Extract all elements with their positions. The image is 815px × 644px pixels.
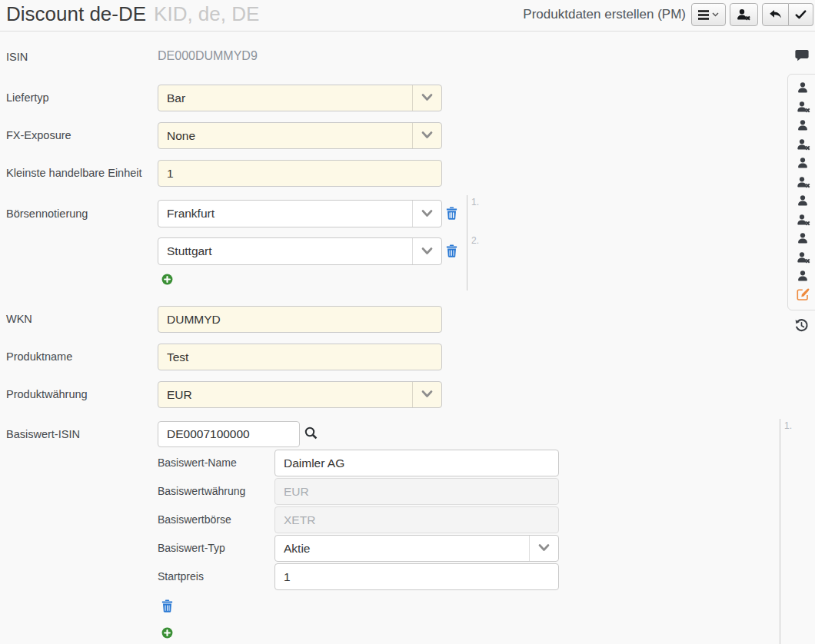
hamburger-icon [698,10,709,20]
trash-icon [161,599,173,612]
chevron-down-icon [412,382,441,407]
boersennotierung-list-guide [467,195,467,290]
chevron-down-icon [529,536,558,561]
user-x-icon [737,8,751,21]
user-icon[interactable] [797,81,812,95]
user-x-icon[interactable] [797,101,812,114]
produktwaehrung-label: Produktwährung [6,381,88,408]
basiswertboerse-input [274,506,559,533]
user-icon[interactable] [797,270,812,283]
produktname-label: Produktname [6,344,72,370]
user-icon[interactable] [797,157,812,170]
add-basiswert-button[interactable] [161,627,173,639]
page-title-text: Discount de-DE [6,2,146,25]
edit-icon[interactable] [797,289,812,302]
chevron-down-icon [412,201,441,227]
basiswert-typ-select[interactable]: Aktie [274,535,559,562]
save-button-group [762,3,813,26]
chevron-down-icon [412,85,441,111]
plus-circle-icon [161,274,173,285]
basiswert-typ-selected-value: Aktie [275,542,529,556]
basiswert-isin-label: Basiswert-ISIN [6,421,80,447]
boersennotierung-2-value: Stuttgart [158,244,412,258]
history-button[interactable] [794,318,809,333]
header: Discount de-DEKID, de, DE Produktdaten e… [0,0,815,32]
basiswert-name-input[interactable] [274,450,559,476]
user-x-icon[interactable] [797,176,812,189]
produktwaehrung-selected-value: EUR [158,388,412,402]
user-icon[interactable] [797,232,812,245]
liefertyp-label: Liefertyp [6,85,49,111]
undo-button[interactable] [762,3,789,26]
user-icon[interactable] [797,119,812,132]
check-icon [795,10,807,19]
kleinste-einheit-label: Kleinste handelbare Einheit [6,160,142,187]
basiswertboerse-label: Basiswertbörse [158,506,231,533]
boersennotierung-label: Börsennotierung [6,200,88,227]
startpreis-label: Startpreis [158,563,204,590]
history-icon [794,318,809,333]
delete-boersennotierung-2-button[interactable] [446,244,457,257]
liefertyp-select[interactable]: Bar [158,85,442,111]
product-editor-screen: Discount de-DEKID, de, DE Produktdaten e… [0,0,815,644]
user-assignment-panel [787,74,815,310]
user-x-icon[interactable] [797,138,812,151]
user-remove-button[interactable] [730,3,758,26]
menu-button[interactable] [691,3,726,26]
startpreis-input[interactable] [274,563,559,590]
boersennotierung-select-1[interactable]: Frankfurt [158,200,442,227]
workflow-status-label: Produktdaten erstellen (PM) [523,7,686,22]
delete-basiswert-button[interactable] [161,599,173,612]
boersennotierung-select-2[interactable]: Stuttgart [158,237,442,265]
boersennotierung-index-2: 2. [471,235,479,246]
basiswertwaehrung-label: Basiswertwährung [158,478,245,505]
fx-exposure-label: FX-Exposure [6,122,72,149]
fx-exposure-select[interactable]: None [158,122,442,149]
user-icon[interactable] [797,194,812,207]
kleinste-einheit-input[interactable] [158,160,442,187]
boersennotierung-index-1: 1. [471,197,479,207]
trash-icon [446,244,457,257]
search-icon [304,427,318,440]
liefertyp-selected-value: Bar [158,91,412,105]
confirm-button[interactable] [789,3,813,26]
delete-boersennotierung-1-button[interactable] [446,207,457,220]
wkn-input[interactable] [158,306,442,333]
wkn-label: WKN [6,306,32,333]
isin-label: ISIN [6,51,28,63]
page-subtitle: KID, de, DE [154,2,259,25]
chevron-down-icon [712,12,719,17]
chevron-down-icon [412,238,441,264]
produktname-input[interactable] [158,344,442,370]
basiswert-typ-label: Basiswert-Typ [158,535,225,562]
page-title: Discount de-DEKID, de, DE [6,2,259,26]
add-boersennotierung-button[interactable] [161,274,173,285]
basiswert-name-label: Basiswert-Name [158,450,237,476]
user-x-icon[interactable] [797,251,812,264]
basiswert-list-guide [780,419,780,644]
undo-icon [769,9,782,20]
isin-value: DE000DUMMYD9 [158,49,258,63]
basiswertwaehrung-input [274,478,559,505]
plus-circle-icon [161,627,173,639]
produktwaehrung-select[interactable]: EUR [158,381,442,408]
header-actions: Produktdaten erstellen (PM) [523,3,813,26]
comment-button[interactable] [795,49,809,62]
basiswert-isin-input[interactable] [158,421,300,447]
basiswert-index-1: 1. [784,420,792,431]
chevron-down-icon [412,123,441,148]
comment-icon [795,49,809,62]
user-x-icon[interactable] [797,214,812,227]
fx-exposure-selected-value: None [158,129,412,143]
boersennotierung-1-value: Frankfurt [158,207,412,221]
basiswert-search-button[interactable] [304,427,318,440]
trash-icon [446,207,457,220]
